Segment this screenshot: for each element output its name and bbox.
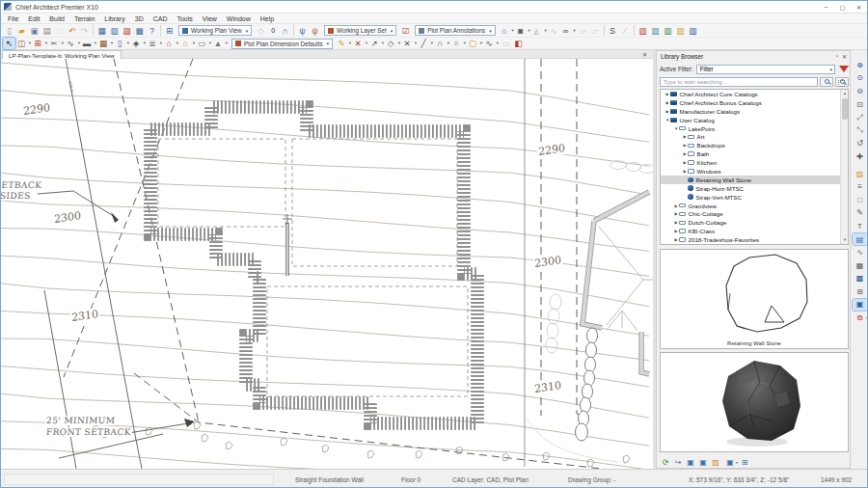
- tree-item[interactable]: ▶ Grandview: [661, 202, 848, 210]
- search-icon[interactable]: [820, 77, 833, 87]
- dimension-defaults-dropdown[interactable]: Plot Plan Dimension Defaults▾: [231, 39, 333, 49]
- arc-tool-icon[interactable]: ∩: [434, 38, 450, 49]
- tree-item[interactable]: ▶ Chic-Cottage: [661, 209, 848, 218]
- tree-item[interactable]: ▶ KBI-Class: [661, 227, 848, 235]
- library-search-input[interactable]: [660, 77, 818, 87]
- tree-item[interactable]: ▶ Chief Architect Core Catalogs: [661, 90, 848, 98]
- curve-tool-icon[interactable]: ∿: [65, 38, 81, 49]
- door-tool-icon[interactable]: ◫: [15, 38, 32, 49]
- tile-window-green-icon[interactable]: ▥: [662, 25, 674, 37]
- walkthrough-icon[interactable]: ◭: [531, 25, 548, 37]
- plan-view-dropdown[interactable]: Working Plan View▾: [178, 25, 252, 36]
- wall-tool-icon[interactable]: ▬: [81, 38, 97, 49]
- open-plan-icon[interactable]: ▰: [15, 25, 28, 37]
- separator[interactable]: [604, 25, 605, 36]
- tree-item[interactable]: ▶ Bath: [661, 149, 848, 158]
- separator[interactable]: [293, 25, 294, 36]
- filter-funnel-icon[interactable]: [839, 66, 849, 72]
- tree-item[interactable]: ▶ Chief Architect Bonus Catalogs: [661, 98, 848, 107]
- tree-item[interactable]: ▶ Manufacturer Catalogs: [661, 107, 848, 116]
- print-icon[interactable]: ▤: [41, 25, 53, 37]
- tree-item[interactable]: Strap-Vert-MTSC: [661, 193, 848, 202]
- menu-item[interactable]: Build: [44, 15, 69, 22]
- pencil-tool-icon[interactable]: ✎: [336, 38, 352, 49]
- rectangle-tool-icon[interactable]: □: [853, 194, 867, 206]
- zoom-in-icon[interactable]: ⊕: [853, 59, 867, 71]
- views-dropdown-icon[interactable]: ▣: [722, 457, 738, 468]
- fixture-tool-icon[interactable]: ▯: [114, 38, 130, 49]
- binoculars-icon[interactable]: ∞: [560, 25, 577, 37]
- undo-icon[interactable]: ↶: [66, 25, 78, 37]
- menu-item[interactable]: Tools: [172, 15, 197, 22]
- floor-plan-view-icon[interactable]: ▦: [95, 25, 108, 37]
- line-tool-icon[interactable]: ╱: [418, 38, 434, 49]
- copy-region-icon[interactable]: ⧉: [853, 312, 867, 324]
- compare-tool-icon[interactable]: ◧: [512, 38, 525, 49]
- separator[interactable]: [93, 25, 94, 36]
- slash-icon[interactable]: ⁄: [619, 25, 632, 37]
- separator[interactable]: [853, 164, 867, 167]
- plan-drawing-canvas[interactable]: 229023002310229023002310SETBACKSIDES25' …: [1, 59, 653, 469]
- tree-item[interactable]: Retaining Wall Stone: [661, 176, 848, 184]
- window-b-icon[interactable]: ▣: [697, 457, 709, 468]
- circle-tool-icon[interactable]: ○: [450, 38, 467, 49]
- maximize-button[interactable]: ▢: [834, 1, 851, 13]
- library-import-icon[interactable]: ▨: [853, 168, 867, 180]
- library-panel-title[interactable]: Library Browser: [657, 51, 850, 62]
- tree-scrollbar[interactable]: ▲ ▼: [840, 90, 848, 244]
- library-3d-preview[interactable]: [660, 352, 849, 452]
- menu-item[interactable]: View: [198, 15, 222, 22]
- scrollbar-thumb[interactable]: [842, 98, 848, 120]
- minimize-button[interactable]: ─: [818, 1, 834, 13]
- tile-window-teal-icon[interactable]: ▥: [649, 25, 662, 37]
- polygon-tool-icon[interactable]: ◇: [385, 38, 401, 49]
- layer-set-dropdown[interactable]: Working Layer Set▾: [324, 25, 396, 36]
- close-panel-icon[interactable]: ✕: [842, 53, 847, 60]
- sun-settings-icon[interactable]: S: [607, 25, 619, 37]
- roof-tool-icon[interactable]: ⌂: [163, 38, 179, 49]
- filter-dropdown[interactable]: Filter▾: [696, 65, 835, 74]
- box-tool-icon[interactable]: ▢: [467, 38, 483, 49]
- new-plan-icon[interactable]: ▯: [3, 25, 15, 37]
- pan-icon[interactable]: ✚: [853, 150, 867, 163]
- project-browser-icon[interactable]: ▣: [853, 299, 867, 312]
- scroll-down-icon[interactable]: ▼: [841, 236, 849, 244]
- close-button[interactable]: ✕: [851, 1, 867, 13]
- disabled-tool-icon[interactable]: ▭: [500, 38, 512, 49]
- grid-icon[interactable]: ▦: [853, 259, 867, 272]
- bed-tool-icon[interactable]: ▭: [196, 38, 212, 49]
- tree-item[interactable]: ▶ Dutch-Cottage: [661, 218, 848, 227]
- tree-item[interactable]: ▶ Art: [661, 132, 848, 141]
- cabinet-tool-icon[interactable]: ▦: [97, 38, 114, 49]
- elevation-view-icon[interactable]: ▧: [108, 25, 121, 37]
- help-icon[interactable]: ?: [146, 25, 158, 37]
- refresh-icon[interactable]: ⟳: [660, 457, 671, 468]
- cut-tool-icon[interactable]: ✂: [48, 38, 65, 49]
- window-a-icon[interactable]: ▣: [685, 457, 696, 468]
- close-view-icon[interactable]: □: [53, 25, 66, 37]
- menu-item[interactable]: Window: [222, 15, 256, 22]
- curve-icon[interactable]: ∿: [853, 246, 867, 258]
- cross-tool-icon[interactable]: ✕: [401, 38, 418, 49]
- undo-zoom-icon[interactable]: ↺: [853, 138, 867, 150]
- section-view-icon[interactable]: ▨: [121, 25, 133, 37]
- terrain-tool-icon[interactable]: ⌂: [179, 38, 196, 49]
- material-tool-icon[interactable]: ◈: [130, 38, 147, 49]
- marker-tool-icon[interactable]: ✕: [352, 38, 368, 49]
- hatch-icon[interactable]: ▩: [853, 273, 867, 285]
- text-line-icon[interactable]: ≡: [853, 180, 867, 193]
- separator[interactable]: [634, 25, 635, 36]
- library-2d-preview[interactable]: Retaining Wall Stone: [660, 249, 849, 349]
- menu-item[interactable]: Terrain: [69, 15, 99, 22]
- tile-window-blue-icon[interactable]: ▥: [687, 25, 699, 37]
- fill-building-icon[interactable]: ⤡: [853, 124, 867, 137]
- zoom-icon[interactable]: ⊙: [853, 72, 867, 85]
- edit-page-icon[interactable]: ✎: [853, 207, 867, 220]
- camera-3d-icon[interactable]: ⌂: [499, 25, 515, 37]
- folder-up-icon[interactable]: ▨: [710, 457, 721, 468]
- reference2-icon[interactable]: ▱: [589, 25, 602, 37]
- spline-tool-icon[interactable]: ∿: [483, 38, 500, 49]
- tree-item[interactable]: ▶ Kitchen: [661, 158, 848, 167]
- send-to-icon[interactable]: ↪: [672, 457, 684, 468]
- menu-item[interactable]: 3D: [130, 15, 149, 22]
